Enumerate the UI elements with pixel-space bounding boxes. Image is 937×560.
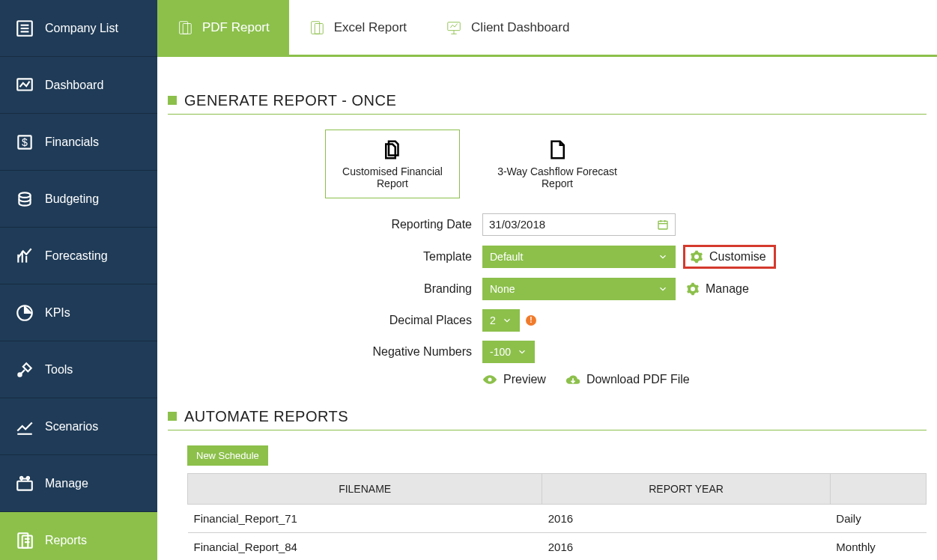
svg-rect-21 — [183, 23, 191, 34]
tab-label: Client Dashboard — [471, 20, 569, 35]
report-type-label: Customised Financial Report — [326, 165, 459, 189]
trend-icon — [15, 246, 34, 266]
chevron-down-icon — [658, 252, 668, 262]
new-schedule-button[interactable]: New Schedule — [187, 445, 268, 466]
svg-rect-13 — [17, 481, 32, 490]
reports-icon — [15, 531, 34, 550]
sidebar-item-label: Reports — [45, 534, 87, 547]
preview-label: Preview — [503, 373, 546, 386]
sidebar-item-reports[interactable]: Reports — [0, 512, 157, 560]
reporting-date-value: 31/03/2018 — [489, 218, 545, 231]
documents-icon — [381, 139, 404, 161]
reporting-date-input[interactable]: 31/03/2018 — [482, 213, 676, 236]
pdf-icon — [177, 19, 193, 36]
sidebar-item-manage[interactable]: Manage — [0, 455, 157, 512]
sidebar-item-label: Tools — [45, 363, 73, 377]
sidebar-item-label: Budgeting — [45, 192, 99, 206]
svg-point-7 — [19, 192, 30, 198]
report-type-custom[interactable]: Customised Financial Report — [325, 130, 460, 198]
customise-label: Customise — [709, 250, 766, 264]
sidebar-item-company-list[interactable]: Company List — [0, 0, 157, 57]
sidebar-item-label: Manage — [45, 477, 88, 490]
list-icon — [15, 19, 34, 38]
calendar-icon — [657, 219, 669, 231]
cell-freq: Daily — [830, 504, 926, 532]
section-title-generate: GENERATE REPORT - ONCE — [168, 92, 927, 115]
svg-rect-23 — [315, 23, 323, 34]
negative-select[interactable]: -100 — [482, 341, 535, 363]
template-select[interactable]: Default — [482, 246, 676, 268]
sidebar-item-scenarios[interactable]: Scenarios — [0, 398, 157, 455]
manage-label: Manage — [706, 282, 749, 296]
toolbox-icon — [15, 474, 34, 493]
info-icon[interactable]: ! — [526, 315, 536, 326]
label-template: Template — [168, 250, 482, 264]
cell-freq: Monthly — [830, 532, 926, 560]
manage-branding-button[interactable]: Manage — [686, 282, 749, 296]
customise-button[interactable]: Customise — [683, 245, 776, 269]
report-tabs: PDF Report Excel Report Client Dashboard — [157, 0, 937, 57]
eye-icon — [482, 372, 497, 387]
sidebar-item-forecasting[interactable]: Forecasting — [0, 228, 157, 284]
decimal-value: 2 — [490, 314, 496, 326]
sidebar-item-label: Forecasting — [45, 249, 108, 263]
svg-rect-27 — [658, 221, 667, 229]
branding-value: None — [490, 283, 515, 295]
col-filename: FILENAME — [188, 473, 542, 504]
decimal-select[interactable]: 2 — [482, 309, 520, 332]
template-value: Default — [490, 251, 523, 263]
gear-icon — [690, 250, 703, 264]
download-label: Download PDF File — [586, 373, 690, 386]
chevron-down-icon — [517, 347, 527, 357]
sidebar-item-dashboard[interactable]: Dashboard — [0, 57, 157, 114]
negative-value: -100 — [490, 346, 511, 358]
label-negative: Negative Numbers — [168, 345, 482, 359]
report-type-label: 3-Way Cashflow Forecast Report — [490, 165, 625, 189]
money-stack-icon — [15, 189, 34, 209]
label-reporting-date: Reporting Date — [168, 218, 482, 231]
branding-select[interactable]: None — [482, 278, 676, 300]
graph-icon — [15, 417, 34, 436]
sidebar-item-label: Financials — [45, 136, 99, 149]
tab-client-dashboard[interactable]: Client Dashboard — [426, 0, 589, 55]
sidebar-item-label: Scenarios — [45, 420, 98, 433]
chevron-down-icon — [502, 315, 512, 326]
tools-icon — [15, 360, 34, 380]
tab-pdf-report[interactable]: PDF Report — [157, 0, 289, 55]
section-title-automate: AUTOMATE REPORTS — [168, 408, 927, 430]
presentation-icon — [446, 19, 462, 36]
label-branding: Branding — [168, 282, 482, 296]
report-type-cashflow[interactable]: 3-Way Cashflow Forecast Report — [490, 130, 625, 198]
svg-point-31 — [488, 377, 492, 381]
cell-filename: Financial_Report_84 — [188, 532, 542, 560]
gear-icon — [686, 282, 700, 296]
download-button[interactable]: Download PDF File — [565, 372, 690, 387]
dollar-icon: $ — [15, 133, 34, 152]
cloud-download-icon — [565, 372, 580, 387]
table-row[interactable]: Financial_Report_84 2016 Monthly — [188, 532, 927, 560]
chart-line-icon — [15, 76, 34, 95]
svg-text:$: $ — [22, 136, 28, 148]
document-icon — [546, 139, 568, 161]
chevron-down-icon — [658, 284, 668, 294]
sidebar-item-financials[interactable]: $ Financials — [0, 114, 157, 171]
label-decimal: Decimal Places — [168, 314, 482, 327]
sidebar-item-label: Company List — [45, 22, 118, 35]
col-year: REPORT YEAR — [542, 473, 831, 504]
table-row[interactable]: Financial_Report_71 2016 Daily — [188, 504, 927, 532]
sidebar-item-tools[interactable]: Tools — [0, 341, 157, 398]
sidebar-item-label: KPIs — [45, 306, 70, 320]
cell-year: 2016 — [542, 532, 831, 560]
tab-excel-report[interactable]: Excel Report — [289, 0, 426, 55]
sidebar-item-kpis[interactable]: KPIs — [0, 284, 157, 341]
cell-filename: Financial_Report_71 — [188, 504, 542, 532]
tab-label: PDF Report — [202, 20, 270, 35]
sidebar: Company List Dashboard $ Financials Budg… — [0, 0, 157, 560]
schedules-table: FILENAME REPORT YEAR Financial_Report_71… — [187, 473, 927, 560]
tab-label: Excel Report — [334, 20, 407, 35]
sidebar-item-budgeting[interactable]: Budgeting — [0, 171, 157, 228]
cell-year: 2016 — [542, 504, 831, 532]
excel-icon — [309, 19, 325, 36]
sidebar-item-label: Dashboard — [45, 79, 103, 92]
preview-button[interactable]: Preview — [482, 372, 546, 387]
